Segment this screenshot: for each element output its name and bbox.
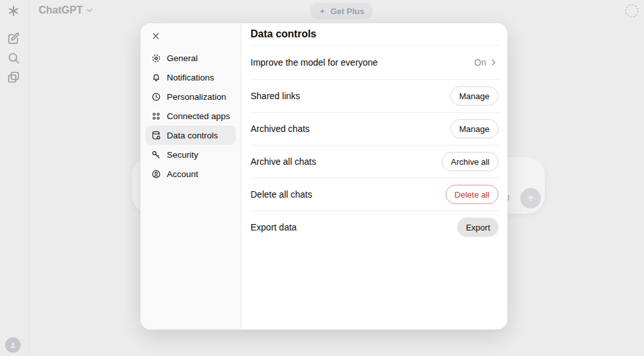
sidebar-item-label: Security <box>167 150 198 160</box>
key-icon <box>151 149 162 160</box>
row-label: Export data <box>251 222 297 232</box>
model-switcher[interactable]: ChatGPT <box>39 5 94 16</box>
openai-logo-icon <box>6 4 21 18</box>
manage-shared-links-button[interactable]: Manage <box>450 86 498 106</box>
send-button[interactable] <box>520 188 541 209</box>
sidebar-item-label: Notifications <box>167 73 214 82</box>
row-label: Shared links <box>251 91 300 101</box>
export-button[interactable]: Export <box>457 218 498 237</box>
user-circle-icon <box>151 169 162 180</box>
row-label: Improve the model for everyone <box>251 57 378 68</box>
get-plus-button[interactable]: Get Plus <box>310 3 373 19</box>
row-label: Archived chats <box>251 124 310 134</box>
bell-icon <box>151 72 162 83</box>
new-chat-icon[interactable] <box>6 32 21 46</box>
chevron-right-icon <box>488 57 498 68</box>
get-plus-label: Get Plus <box>330 6 365 16</box>
settings-panel: Data controls Improve the model for ever… <box>242 23 507 330</box>
settings-dialog: General Notifications <box>140 23 507 330</box>
library-icon[interactable] <box>6 70 21 84</box>
app-title-label: ChatGPT <box>39 5 82 16</box>
arrow-up-icon <box>525 192 536 204</box>
sparkle-icon <box>318 7 327 15</box>
sidebar-item-label: General <box>167 53 198 63</box>
setting-row-archived-chats: Archived chats Manage <box>251 113 498 145</box>
row-label: Archive all chats <box>251 156 316 167</box>
setting-row-improve-model[interactable]: Improve the model for everyone On <box>251 46 498 80</box>
sidebar-item-label: Data controls <box>167 131 218 140</box>
profile-avatar[interactable] <box>5 337 21 353</box>
sidebar-item-security[interactable]: Security <box>146 145 236 164</box>
sidebar-item-notifications[interactable]: Notifications <box>146 68 236 87</box>
sidebar-item-label: Personalization <box>167 92 226 102</box>
sidebar-item-connected-apps[interactable]: Connected apps <box>146 106 236 126</box>
setting-row-delete-all: Delete all chats Delete all <box>251 178 498 211</box>
sidebar-item-general[interactable]: General <box>146 48 236 68</box>
gear-icon <box>151 53 162 64</box>
screen: ChatGPT Get Plus <box>0 0 644 356</box>
close-button[interactable] <box>147 27 165 45</box>
page-title: Data controls <box>251 23 498 46</box>
delete-all-button[interactable]: Delete all <box>446 185 498 204</box>
setting-row-shared-links: Shared links Manage <box>251 80 498 113</box>
app-sidebar-rail <box>0 0 29 356</box>
row-value-text: On <box>474 57 486 68</box>
sidebar-item-personalization[interactable]: Personalization <box>146 87 236 106</box>
temporary-chat-icon[interactable] <box>625 5 638 17</box>
close-icon <box>151 32 160 41</box>
apps-dots-icon <box>151 111 162 122</box>
sidebar-item-label: Connected apps <box>167 111 230 121</box>
database-gear-icon <box>151 130 162 141</box>
sidebar-item-account[interactable]: Account <box>146 164 236 183</box>
archive-all-button[interactable]: Archive all <box>442 152 498 171</box>
settings-nav: General Notifications <box>146 48 236 183</box>
setting-row-export-data: Export data Export <box>251 211 498 243</box>
setting-row-archive-all: Archive all chats Archive all <box>251 145 498 178</box>
row-label: Delete all chats <box>251 189 312 200</box>
sidebar-item-label: Account <box>167 169 198 179</box>
search-icon[interactable] <box>6 51 21 65</box>
manage-archived-chats-button[interactable]: Manage <box>450 119 498 138</box>
improve-model-disclosure[interactable]: On <box>474 57 498 68</box>
sidebar-item-data-controls[interactable]: Data controls <box>146 126 236 145</box>
chevron-down-icon <box>85 6 94 15</box>
settings-sidebar: General Notifications <box>140 23 242 330</box>
dial-icon <box>151 91 162 102</box>
